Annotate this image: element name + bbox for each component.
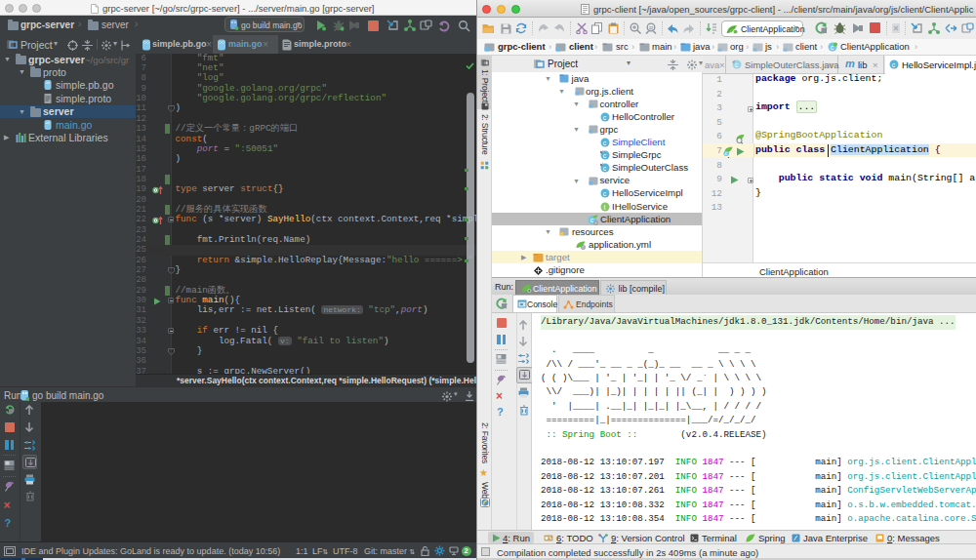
svg-text:c: c <box>603 140 607 146</box>
svg-text:c: c <box>603 152 607 159</box>
svg-text:I: I <box>604 203 606 210</box>
svg-text:c: c <box>603 165 607 172</box>
svg-text:c: c <box>892 61 896 68</box>
svg-text:c: c <box>603 113 607 120</box>
svg-text:c: c <box>725 150 728 156</box>
svg-text:c: c <box>735 61 739 68</box>
svg-text:R: R <box>649 25 654 31</box>
svg-text:c: c <box>590 217 594 223</box>
svg-text:c: c <box>603 190 607 197</box>
